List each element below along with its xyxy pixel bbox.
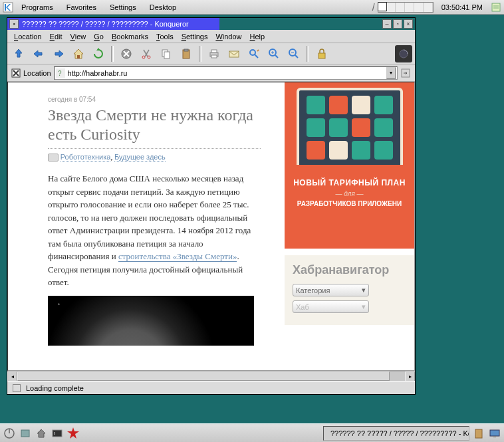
throbber-icon: [395, 45, 412, 62]
url-input[interactable]: [68, 69, 384, 77]
maximize-button[interactable]: ▫: [393, 19, 402, 29]
site-favicon: ?: [56, 68, 65, 78]
tag-link[interactable]: Будущее здесь: [114, 153, 166, 162]
svg-point-14: [250, 50, 255, 55]
lock-icon[interactable]: [19, 427, 32, 440]
article-body: На сайте Белого дома США несколько месяц…: [48, 172, 261, 289]
menu-bookmarks[interactable]: Bookmarks: [108, 31, 152, 42]
scroll-thumb[interactable]: [17, 372, 390, 381]
mail-button[interactable]: [225, 45, 243, 62]
copy-button[interactable]: [158, 45, 175, 62]
content-viewport[interactable]: сегодня в 07:54 Звезда Смерти не нужна к…: [7, 82, 415, 371]
taskbar: ?????? ?? ????? / ????? / ????????? - Ko…: [0, 423, 504, 442]
desktop-pager[interactable]: [378, 2, 434, 13]
svg-rect-24: [21, 430, 29, 437]
desktop-menubar: Programs Favorites Settings Desktop / 03…: [0, 0, 504, 15]
article-image: ✦·: [48, 296, 254, 346]
forward-button[interactable]: [50, 45, 67, 62]
clipboard-tray-icon[interactable]: [472, 427, 485, 440]
menu-tools[interactable]: Tools: [152, 31, 178, 42]
up-button[interactable]: [10, 45, 27, 62]
svg-point-4: [142, 56, 145, 58]
ad-tile: [329, 118, 348, 137]
menu-help[interactable]: Help: [246, 31, 269, 42]
home-tray-icon[interactable]: [35, 427, 48, 440]
desktop-menu[interactable]: Desktop: [144, 2, 182, 13]
ad-tile: [352, 118, 370, 137]
window-title: ?????? ?? ????? / ????? / ????????? - Ko…: [19, 20, 382, 28]
location-dropdown-button[interactable]: ▾: [386, 67, 396, 79]
location-combo[interactable]: ? ▾: [54, 66, 398, 80]
menu-edit[interactable]: Edit: [46, 31, 66, 42]
ad-tile: [352, 141, 370, 160]
svg-point-5: [148, 56, 150, 58]
home-button[interactable]: [70, 45, 87, 62]
k-menu-icon[interactable]: [3, 2, 13, 13]
sidebar-navigator: Хабранавигатор Категория▾ Хаб▾: [285, 255, 414, 325]
category-select[interactable]: Категория▾: [293, 284, 369, 296]
back-button[interactable]: [30, 45, 47, 62]
paste-button[interactable]: [178, 45, 195, 62]
star-icon[interactable]: [66, 427, 80, 440]
taskbar-task[interactable]: ?????? ?? ????? / ????? / ????????? - Ko…: [323, 426, 469, 441]
chevron-down-icon: ▾: [362, 302, 366, 311]
menu-window[interactable]: Window: [211, 31, 245, 42]
window-menu-button[interactable]: ▪: [9, 19, 19, 29]
sidebar-ad[interactable]: НОВЫЙ ТАРИФНЫЙ ПЛАН для РАЗРАБОТЧИКОВ ПР…: [285, 82, 414, 249]
find-button[interactable]: [245, 45, 263, 62]
programs-menu[interactable]: Programs: [16, 2, 59, 13]
minimize-button[interactable]: –: [382, 19, 392, 29]
clear-location-icon[interactable]: [11, 68, 21, 78]
svg-rect-12: [211, 55, 217, 58]
go-button[interactable]: [400, 68, 411, 78]
reload-button[interactable]: [90, 45, 107, 62]
scroll-right-button[interactable]: ▸: [405, 372, 415, 382]
print-button[interactable]: [205, 45, 223, 62]
article-headline[interactable]: Звезда Смерти не нужна когда есть Curios…: [48, 106, 261, 149]
article-tags: Робототехника, Будущее здесь: [48, 153, 261, 162]
svg-rect-11: [211, 50, 217, 53]
security-button[interactable]: [313, 45, 330, 62]
scroll-left-button[interactable]: ◂: [7, 372, 17, 382]
favorites-menu[interactable]: Favorites: [61, 2, 102, 13]
statusbar: Loading complete: [7, 381, 415, 394]
article-timestamp: сегодня в 07:54: [48, 96, 261, 103]
ad-tile: [307, 141, 325, 160]
menu-settings[interactable]: Settings: [178, 31, 212, 42]
ad-tile: [374, 118, 393, 137]
close-button[interactable]: ×: [404, 19, 413, 29]
menu-view[interactable]: View: [66, 31, 90, 42]
stop-button[interactable]: [118, 45, 135, 62]
svg-rect-25: [53, 430, 62, 437]
ad-tile: [307, 96, 325, 114]
ad-tile: [329, 96, 348, 114]
main-toolbar: [7, 43, 415, 64]
svg-rect-29: [493, 436, 496, 437]
display-tray-icon[interactable]: [488, 427, 501, 440]
ad-tile: [352, 96, 370, 114]
zoom-out-button[interactable]: [285, 45, 303, 62]
cut-button[interactable]: [138, 45, 155, 62]
logout-icon[interactable]: [3, 427, 16, 440]
hub-select[interactable]: Хаб▾: [293, 300, 369, 313]
desktop-clock: 03:50:41 PM: [436, 3, 488, 11]
task-label: ?????? ?? ????? / ????? / ????????? - Ko…: [330, 429, 469, 437]
menu-go[interactable]: Go: [90, 31, 108, 42]
ad-headline: НОВЫЙ ТАРИФНЫЙ ПЛАН: [285, 178, 414, 187]
location-toolbar: Location ? ▾: [7, 64, 415, 82]
ad-tile: [329, 141, 348, 160]
note-tray-icon[interactable]: [491, 2, 501, 13]
article-column: сегодня в 07:54 Звезда Смерти не нужна к…: [48, 96, 261, 346]
settings-menu[interactable]: Settings: [104, 2, 142, 13]
menu-location[interactable]: Location: [10, 31, 46, 42]
body-link[interactable]: строительства «Звезды Смерти»: [118, 251, 237, 262]
zoom-in-button[interactable]: [265, 45, 283, 62]
horizontal-scrollbar[interactable]: ◂ ▸: [7, 371, 415, 381]
svg-rect-27: [475, 429, 482, 438]
ad-tile: [374, 96, 393, 114]
window-titlebar[interactable]: ▪ ?????? ?? ????? / ????? / ????????? - …: [7, 18, 415, 30]
svg-text:?: ?: [58, 70, 62, 77]
terminal-icon[interactable]: [51, 427, 64, 440]
tag-link[interactable]: Робототехника: [61, 153, 111, 162]
svg-rect-28: [490, 430, 499, 436]
